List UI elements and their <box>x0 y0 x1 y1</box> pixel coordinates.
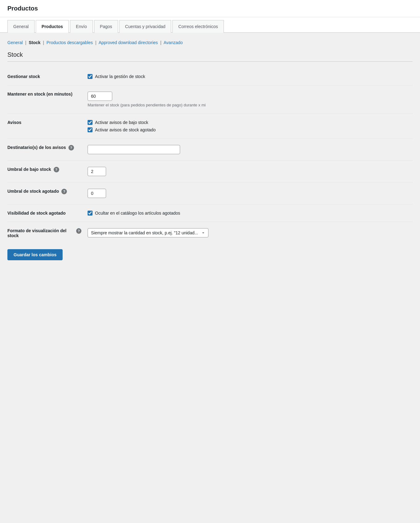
field-avisos: Activar avisos de bajo stock Activar avi… <box>88 114 413 139</box>
field-destinatarios <box>88 139 413 161</box>
umbral-bajo-input[interactable] <box>88 167 106 176</box>
label-umbral-bajo: Umbral de bajo stock ? <box>7 161 88 183</box>
row-formato: Formato de visualización del stock ? Sie… <box>7 222 413 245</box>
subnav-stock[interactable]: Stock <box>29 40 40 45</box>
aviso-stock-agotado-label: Activar avisos de stock agotado <box>95 127 156 132</box>
field-umbral-bajo <box>88 161 413 183</box>
tab-general[interactable]: General <box>7 20 35 33</box>
row-avisos: Avisos Activar avisos de bajo stock Acti… <box>7 114 413 139</box>
destinatarios-input[interactable] <box>88 145 180 154</box>
aviso-bajo-stock-checkbox[interactable] <box>88 120 93 125</box>
formato-help-icon[interactable]: ? <box>76 228 81 234</box>
tab-cuentas[interactable]: Cuentas y privacidad <box>119 20 171 33</box>
field-formato: Siempre mostrar la cantidad en stock, p.… <box>88 222 413 245</box>
label-visibilidad: Visibilidad de stock agotado <box>7 204 88 222</box>
label-destinatarios: Destinatario(s) de los avisos ? <box>7 139 88 161</box>
field-visibilidad: Ocultar en el catálogo los artículos ago… <box>88 204 413 222</box>
tabs-container: General Productos Envío Pagos Cuentas y … <box>0 17 420 33</box>
checkbox-row-gestionar: Activar la gestión de stock <box>88 74 413 79</box>
row-umbral-agotado: Umbral de stock agotado ? <box>7 183 413 204</box>
umbral-agotado-input[interactable] <box>88 189 106 198</box>
tab-envio[interactable]: Envío <box>70 20 93 33</box>
subnav: General | Stock | Productos descargables… <box>7 40 413 45</box>
page-header: Productos <box>0 0 420 17</box>
umbral-bajo-help-icon[interactable]: ? <box>54 167 59 172</box>
mantener-stock-description: Mantener el stock (para pedidos pendient… <box>88 103 413 107</box>
checkbox-row-low-stock: Activar avisos de bajo stock <box>88 120 413 125</box>
visibilidad-label: Ocultar en el catálogo los artículos ago… <box>95 211 180 216</box>
row-destinatarios: Destinatario(s) de los avisos ? <box>7 139 413 161</box>
checkbox-row-visibilidad: Ocultar en el catálogo los artículos ago… <box>88 211 413 216</box>
aviso-bajo-stock-label: Activar avisos de bajo stock <box>95 120 148 125</box>
visibilidad-checkbox[interactable] <box>88 211 93 216</box>
destinatarios-help-icon[interactable]: ? <box>68 145 74 150</box>
tab-correos[interactable]: Correos electrónicos <box>172 20 224 33</box>
row-gestionar-stock: Gestionar stock Activar la gestión de st… <box>7 68 413 85</box>
label-mantener-stock: Mantener en stock (en minutos) <box>7 85 88 114</box>
tab-pagos[interactable]: Pagos <box>94 20 118 33</box>
subnav-approved[interactable]: Approved download directories <box>99 40 158 45</box>
label-gestionar-stock: Gestionar stock <box>7 68 88 85</box>
row-visibilidad: Visibilidad de stock agotado Ocultar en … <box>7 204 413 222</box>
content-area: General | Stock | Productos descargables… <box>0 33 420 268</box>
field-umbral-agotado <box>88 183 413 204</box>
page-title: Productos <box>7 5 413 12</box>
row-umbral-bajo: Umbral de bajo stock ? <box>7 161 413 183</box>
subnav-avanzado[interactable]: Avanzado <box>164 40 183 45</box>
section-title: Stock <box>7 51 413 62</box>
umbral-agotado-help-icon[interactable]: ? <box>61 189 67 194</box>
formato-select[interactable]: Siempre mostrar la cantidad en stock, p.… <box>88 228 208 237</box>
gestionar-stock-checkbox[interactable] <box>88 74 93 79</box>
label-avisos: Avisos <box>7 114 88 139</box>
tab-productos[interactable]: Productos <box>36 20 69 33</box>
settings-table: Gestionar stock Activar la gestión de st… <box>7 68 413 244</box>
subnav-descargables[interactable]: Productos descargables <box>47 40 93 45</box>
checkbox-row-out-stock: Activar avisos de stock agotado <box>88 127 413 132</box>
subnav-general[interactable]: General <box>7 40 23 45</box>
gestionar-stock-label: Activar la gestión de stock <box>95 74 145 79</box>
aviso-stock-agotado-checkbox[interactable] <box>88 127 93 132</box>
mantener-stock-input[interactable] <box>88 92 112 101</box>
save-button[interactable]: Guardar los cambios <box>7 249 63 260</box>
field-gestionar-stock: Activar la gestión de stock <box>88 68 413 85</box>
label-umbral-agotado: Umbral de stock agotado ? <box>7 183 88 204</box>
label-formato: Formato de visualización del stock ? <box>7 222 88 245</box>
row-mantener-stock: Mantener en stock (en minutos) Mantener … <box>7 85 413 114</box>
field-mantener-stock: Mantener el stock (para pedidos pendient… <box>88 85 413 114</box>
